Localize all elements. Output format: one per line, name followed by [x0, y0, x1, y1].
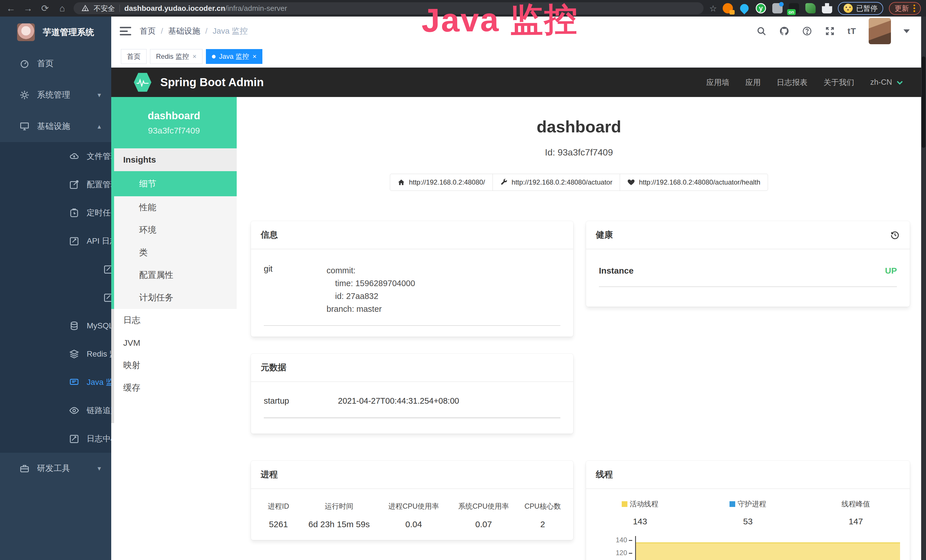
- sidebar-item-home[interactable]: 首页: [0, 48, 111, 79]
- threads-card-title: 线程: [596, 469, 613, 480]
- forward-icon[interactable]: →: [22, 4, 34, 13]
- extension-on-icon[interactable]: on: [789, 3, 799, 14]
- extension-y-icon[interactable]: y: [756, 3, 766, 14]
- health-url-button[interactable]: http://192.168.0.2:48080/actuator/health: [620, 174, 768, 191]
- screen: ← → ⟳ ⌂ 不安全 dashboard.yudao.iocoder.cn/i…: [0, 0, 926, 560]
- fullscreen-icon[interactable]: [825, 26, 835, 36]
- update-label: 更新: [895, 4, 909, 13]
- tags-view-bar: 首页 Redis 监控 × Java 监控 ×: [111, 45, 921, 68]
- sba-logo-icon[interactable]: [133, 73, 152, 92]
- chevron-down-icon: [896, 78, 904, 87]
- help-icon[interactable]: [802, 26, 812, 36]
- sidebar-item-mysql-monitor[interactable]: MySQL 监控: [0, 312, 111, 340]
- sidebar-item-tracing[interactable]: 链路追踪: [0, 396, 111, 424]
- service-url-button[interactable]: http://192.168.0.2:48080/: [390, 174, 493, 191]
- breadcrumb-infra[interactable]: 基础设施: [168, 26, 200, 36]
- paused-label: 已暂停: [856, 4, 878, 13]
- sba-menu-section-insights: Insights: [114, 148, 237, 171]
- extension-grid-icon[interactable]: [772, 3, 782, 14]
- sba-nav-applications[interactable]: 应用: [745, 77, 761, 88]
- sidebar-item-config-manage[interactable]: 配置管理: [0, 170, 111, 198]
- app-title: 芋道管理系统: [43, 27, 94, 38]
- metadata-card-title: 元数据: [261, 362, 286, 374]
- sidebar-item-system[interactable]: 系统管理 ▾: [0, 79, 111, 111]
- browser-menu-icon[interactable]: [914, 5, 915, 12]
- sba-instance-header[interactable]: dashboard 93a3fc7f7409: [111, 97, 237, 148]
- avatar-caret-icon[interactable]: [903, 29, 910, 33]
- sidebar-item-redis-monitor[interactable]: Redis 监控: [0, 340, 111, 368]
- sba-menu-item-jvm[interactable]: JVM: [114, 331, 237, 354]
- back-icon[interactable]: ←: [5, 4, 17, 13]
- sba-menu-item-details[interactable]: 细节: [114, 171, 237, 196]
- address-bar[interactable]: 不安全 dashboard.yudao.iocoder.cn/infra/adm…: [74, 2, 704, 14]
- sba-nav-wallboard[interactable]: 应用墙: [706, 77, 729, 88]
- annotation-overlay: Java 监控: [421, 0, 579, 43]
- sidebar-item-access-logs[interactable]: 访问日志: [0, 255, 113, 283]
- sba-sidebar: dashboard 93a3fc7f7409 Insights 细节 性能 环境…: [111, 97, 237, 560]
- actuator-url-button[interactable]: http://192.168.0.2:48080/actuator: [493, 174, 620, 191]
- sba-brand-title[interactable]: Spring Boot Admin: [160, 76, 264, 89]
- sidebar-item-scheduled-jobs[interactable]: 定时任务: [0, 198, 111, 227]
- info-value: commit: time: 1596289704000 id: 27aa832 …: [327, 264, 415, 316]
- tab-redis-monitor[interactable]: Redis 监控 ×: [150, 49, 203, 64]
- browser-scrollbar[interactable]: [921, 17, 926, 560]
- chrome-update-chip[interactable]: 更新: [889, 2, 921, 15]
- github-icon[interactable]: [779, 26, 790, 36]
- extension-leaf-icon[interactable]: [805, 3, 816, 14]
- profile-paused-chip[interactable]: 已暂停: [838, 2, 883, 15]
- extension-orange-icon[interactable]: [723, 3, 733, 14]
- sba-nav-about[interactable]: 关于我们: [823, 77, 854, 88]
- font-size-icon[interactable]: tT: [847, 26, 856, 36]
- user-avatar[interactable]: [869, 18, 891, 44]
- breadcrumb-current: Java 监控: [213, 26, 248, 36]
- instance-title: dashboard: [237, 117, 921, 136]
- navbar-actions: tT: [756, 18, 910, 44]
- reload-icon[interactable]: ⟳: [39, 4, 51, 13]
- bookmark-star-icon[interactable]: ☆: [709, 3, 717, 14]
- monitor-icon: [69, 377, 79, 387]
- sidebar-item-infra[interactable]: 基础设施 ▴: [0, 111, 111, 142]
- sba-menu-item-metrics[interactable]: 性能: [114, 196, 237, 219]
- extensions-puzzle-icon[interactable]: [822, 3, 832, 14]
- sidebar-item-dev-tools[interactable]: 研发工具 ▾: [0, 453, 111, 484]
- sba-menu-item-config-props[interactable]: 配置属性: [114, 264, 237, 286]
- sidebar-item-java-monitor[interactable]: Java 监控: [0, 368, 111, 396]
- app-logo-row[interactable]: 芋道管理系统: [0, 17, 111, 48]
- breadcrumb: 首页 / 基础设施 / Java 监控: [140, 26, 248, 36]
- sidebar-item-error-logs[interactable]: 错误日志: [0, 283, 113, 312]
- process-pid: 5261: [257, 519, 300, 529]
- sba-language-select[interactable]: zh-CN: [870, 78, 904, 87]
- metadata-card-header: 元数据: [251, 354, 573, 382]
- status-badge: UP: [885, 266, 897, 275]
- info-card-title: 信息: [261, 229, 278, 241]
- extension-icons: y on: [723, 3, 832, 14]
- breadcrumb-home[interactable]: 首页: [140, 26, 156, 36]
- sba-menu-item-mappings[interactable]: 映射: [114, 354, 237, 377]
- search-icon[interactable]: [756, 26, 767, 36]
- sidebar-item-api-logs[interactable]: API 日志 ▴: [0, 227, 111, 255]
- close-icon[interactable]: ×: [253, 53, 256, 61]
- home-icon[interactable]: ⌂: [56, 4, 68, 13]
- app-logo-avatar: [17, 23, 35, 41]
- close-icon[interactable]: ×: [192, 53, 197, 61]
- sba-menu-item-classes[interactable]: 类: [114, 241, 237, 264]
- history-icon[interactable]: [890, 230, 900, 240]
- sidebar-item-file-manage[interactable]: 文件管理: [0, 142, 111, 170]
- sba-menu-item-logs[interactable]: 日志: [114, 309, 237, 331]
- sidebar-item-log-center[interactable]: 日志中心: [0, 424, 111, 453]
- sba-menu-item-scheduled-tasks[interactable]: 计划任务: [114, 286, 237, 309]
- sba-menu-item-environment[interactable]: 环境: [114, 219, 237, 241]
- scrollbar-thumb[interactable]: [922, 56, 925, 148]
- tab-home[interactable]: 首页: [121, 49, 147, 64]
- hamburger-icon[interactable]: [120, 26, 131, 36]
- tab-java-monitor[interactable]: Java 监控 ×: [206, 49, 262, 64]
- legend-blue-square: [729, 501, 735, 507]
- sba-nav-journal[interactable]: 日志报表: [776, 77, 807, 88]
- extension-pin-icon[interactable]: [738, 2, 750, 14]
- heartbeat-icon: [627, 179, 635, 186]
- toolbox-icon: [20, 463, 30, 474]
- process-card-title: 进程: [261, 469, 278, 480]
- layers-icon: [69, 349, 79, 359]
- chevron-up-icon: ▴: [98, 123, 101, 130]
- sba-menu-item-caches[interactable]: 缓存: [114, 377, 237, 399]
